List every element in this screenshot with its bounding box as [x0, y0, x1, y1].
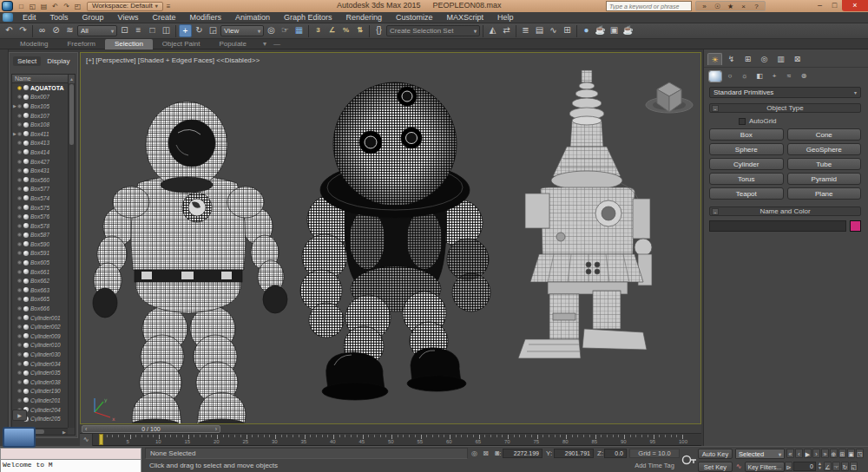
application-menu-button[interactable]: [2, 1, 13, 11]
select-and-link-icon[interactable]: ∞: [36, 24, 49, 37]
use-pivot-point-center-icon[interactable]: ◎: [265, 24, 278, 37]
toggle-layer-explorer-icon[interactable]: ≣: [519, 24, 532, 37]
list-item-box665[interactable]: Box665: [12, 295, 68, 305]
new-key-curve-icon[interactable]: ∿: [733, 462, 744, 472]
time-slider[interactable]: ‹ 0 / 100 ›: [80, 424, 701, 434]
list-item-box105[interactable]: ▶Box105: [12, 102, 68, 111]
list-item-cylinder009[interactable]: Cylinder009: [12, 331, 68, 341]
tab-display[interactable]: ▥: [773, 53, 788, 65]
ribbon-tab-populate[interactable]: Populate: [209, 39, 256, 49]
selection-set-dropdown[interactable]: Selected▾: [735, 449, 785, 459]
menu-group[interactable]: Group: [76, 12, 111, 23]
ribbon-minimize-icon[interactable]: —: [273, 40, 280, 48]
next-frame-arrow-icon[interactable]: ›: [215, 426, 217, 432]
add-time-tag[interactable]: Add Time Tag: [629, 462, 680, 469]
visibility-lamp-icon[interactable]: [17, 260, 22, 265]
select-and-rotate-icon[interactable]: ↻: [193, 24, 206, 37]
list-item-box587[interactable]: Box587: [12, 231, 68, 240]
list-item-box576[interactable]: Box576: [12, 212, 68, 221]
current-frame-field[interactable]: 0: [793, 462, 816, 471]
play-icon[interactable]: ▶: [804, 449, 812, 458]
save-file-icon[interactable]: ▤: [38, 3, 49, 10]
pyramid-button[interactable]: Pyramid: [787, 173, 862, 185]
list-item-box560[interactable]: Box560: [12, 175, 68, 185]
auto-key-button[interactable]: Auto Key: [698, 449, 733, 459]
menu-help[interactable]: Help: [490, 12, 521, 23]
new-scene-icon[interactable]: □: [16, 3, 27, 10]
max-logo-icon[interactable]: [3, 13, 13, 22]
tab-modify[interactable]: ↯: [724, 53, 739, 65]
list-item-box577[interactable]: Box577: [12, 185, 68, 194]
visibility-lamp-icon[interactable]: [17, 224, 22, 228]
list-item-box108[interactable]: Box108: [12, 120, 68, 129]
visibility-lamp-icon[interactable]: [17, 160, 22, 164]
viewport-canvas[interactable]: x y: [81, 53, 700, 423]
toggle-ribbon-icon[interactable]: ▤: [533, 24, 546, 37]
help-search-input[interactable]: [606, 1, 692, 11]
favorites-icon[interactable]: ★: [725, 3, 736, 10]
rectangular-selection-region-icon[interactable]: □: [146, 24, 159, 37]
select-by-name-icon[interactable]: ≡: [132, 24, 145, 37]
go-to-end-icon[interactable]: »: [821, 449, 829, 458]
docked-dialog-icon[interactable]: [3, 427, 36, 448]
visibility-lamp-icon[interactable]: [17, 343, 22, 347]
project-folder-icon[interactable]: ◰: [72, 3, 83, 10]
vertical-scrollbar[interactable]: [68, 83, 75, 428]
visibility-lamp-icon[interactable]: [17, 132, 22, 136]
set-key-button[interactable]: Set Key: [698, 462, 733, 472]
redo-icon[interactable]: ↷: [16, 24, 30, 37]
ribbon-tab-freeform[interactable]: Freeform: [57, 39, 104, 49]
list-item-box431[interactable]: Box431: [12, 166, 68, 175]
menu-create[interactable]: Create: [145, 12, 182, 23]
teapot-button[interactable]: Teapot: [709, 187, 784, 200]
list-item-cylinder190[interactable]: Cylinder190: [12, 387, 68, 397]
y-coord-field[interactable]: 2901.791: [554, 449, 594, 458]
list-item-box605[interactable]: Box605: [12, 258, 68, 267]
list-item-aquatota[interactable]: AQUATOTA: [12, 83, 68, 93]
tube-button[interactable]: Tube: [787, 158, 862, 170]
key-filters-button[interactable]: Key Filters...: [745, 462, 785, 472]
primitive-category-dropdown[interactable]: Standard Primitives ▾: [709, 87, 861, 98]
menu-views[interactable]: Views: [111, 12, 146, 23]
autogrid-checkbox[interactable]: [739, 118, 746, 125]
list-item-box413[interactable]: Box413: [12, 139, 68, 148]
menu-rendering[interactable]: Rendering: [339, 12, 390, 23]
snaps-toggle-icon[interactable]: 3: [312, 24, 325, 37]
track-bar[interactable]: ∿ 51015202530354045505560657075808590951…: [80, 434, 701, 446]
select-object-icon[interactable]: ⊡: [118, 24, 131, 37]
cylinder-button[interactable]: Cylinder: [709, 158, 784, 170]
list-item-box661[interactable]: Box661: [12, 267, 68, 277]
object-type-rollout[interactable]: - Object Type: [709, 103, 861, 113]
visibility-lamp-icon[interactable]: [17, 196, 22, 200]
unlink-selection-icon[interactable]: ⊘: [49, 24, 62, 37]
curve-editor-icon[interactable]: ∿: [547, 24, 560, 37]
select-and-move-icon[interactable]: +: [179, 24, 192, 37]
visibility-lamp-icon[interactable]: [17, 141, 22, 145]
named-selection-sets-dropdown[interactable]: Create Selection Set▾: [386, 25, 480, 36]
zoom-extents-icon[interactable]: ▣: [847, 449, 855, 458]
tab-create[interactable]: ☀: [707, 53, 722, 65]
perspective-viewport[interactable]: [+] [Perspective] [Shaded + Edged Faces]…: [80, 52, 701, 424]
cone-button[interactable]: Cone: [787, 128, 862, 141]
key-mode-toggle-icon[interactable]: ⊳: [785, 462, 792, 471]
name-and-color-rollout[interactable]: - Name and Color: [709, 206, 861, 216]
list-item-box578[interactable]: Box578: [12, 221, 68, 231]
list-item-box574[interactable]: Box574: [12, 193, 68, 203]
select-and-scale-icon[interactable]: ◲: [207, 24, 220, 37]
field-of-view-icon[interactable]: ∠: [824, 462, 832, 471]
visibility-lamp-icon[interactable]: [17, 398, 22, 403]
selection-filter-dropdown[interactable]: All▾: [77, 25, 117, 36]
reference-coordinate-system-dropdown[interactable]: View▾: [220, 25, 264, 36]
visibility-lamp-icon[interactable]: [17, 306, 22, 311]
frame-spinner[interactable]: ▲▼: [817, 462, 823, 471]
visibility-lamp-icon[interactable]: [17, 324, 22, 329]
visibility-lamp-icon[interactable]: [17, 104, 22, 108]
list-item-box575[interactable]: Box575: [12, 203, 68, 213]
scroll-up-icon[interactable]: ▲: [68, 75, 75, 83]
mirror-icon[interactable]: ◭: [486, 24, 499, 37]
tab-motion[interactable]: ◎: [757, 53, 772, 65]
list-item-box590[interactable]: Box590: [12, 239, 68, 249]
visibility-lamp-icon[interactable]: [17, 86, 22, 90]
lights-icon[interactable]: ☼: [739, 71, 751, 82]
zoom-icon[interactable]: ⊕: [830, 449, 838, 458]
